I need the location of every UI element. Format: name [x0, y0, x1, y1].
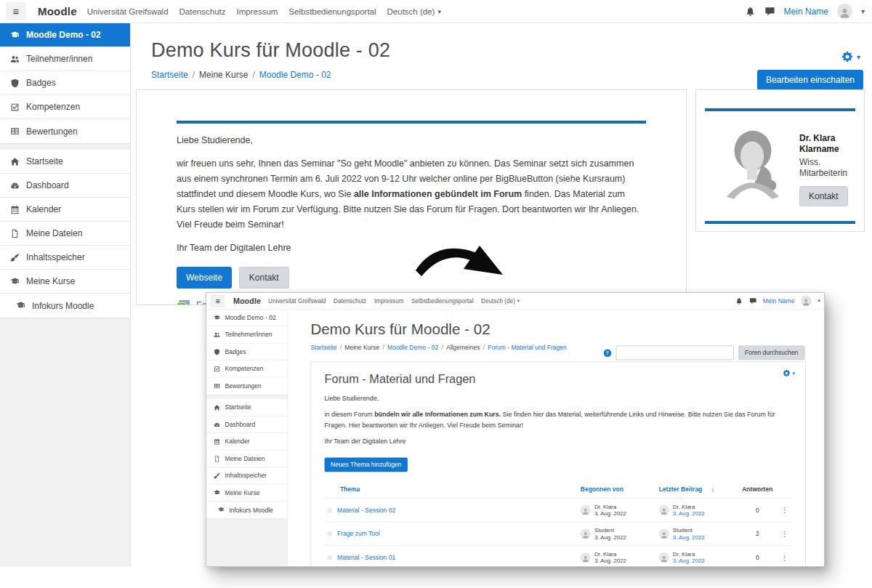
- breadcrumb-moodle-demo[interactable]: Moodle Demo - 02: [387, 344, 438, 351]
- breadcrumb-moodle-demo[interactable]: Moodle Demo - 02: [259, 70, 331, 80]
- avatar[interactable]: [581, 504, 591, 515]
- last-post-name[interactable]: Student: [673, 527, 705, 533]
- forum-search-input[interactable]: [615, 345, 733, 360]
- graduation-cap-icon: [16, 301, 25, 310]
- sidebar-item-badges[interactable]: Badges: [0, 71, 130, 95]
- avatar[interactable]: [659, 552, 669, 563]
- breadcrumb-startseite[interactable]: Startseite: [151, 70, 188, 80]
- started-by-name[interactable]: Dr. Klara: [594, 503, 626, 510]
- avatar[interactable]: [581, 528, 591, 539]
- sidebar-site-group: Startseite Dashboard Kalender Meine Date…: [206, 399, 287, 519]
- avatar[interactable]: [659, 504, 669, 515]
- language-menu[interactable]: Deutsch (de)▾: [387, 7, 441, 16]
- topic-link[interactable]: Material - Session 01: [337, 554, 395, 561]
- row-menu-icon[interactable]: ⋮: [781, 530, 788, 538]
- course-settings-menu[interactable]: ▾: [841, 51, 860, 63]
- avatar[interactable]: [581, 552, 591, 563]
- hamburger-menu-button[interactable]: ≡: [211, 294, 225, 307]
- sidebar-item-kompetenzen[interactable]: Kompetenzen: [0, 95, 130, 119]
- greeting-text: Liebe Studierende,: [177, 133, 646, 148]
- started-by-name[interactable]: Dr. Klara: [594, 551, 626, 557]
- chat-icon[interactable]: [764, 6, 775, 17]
- sidebar-item-dashboard[interactable]: Dashboard: [0, 174, 130, 198]
- check-square-icon: [214, 366, 220, 372]
- sidebar-item-moodle-demo-02[interactable]: Moodle Demo - 02: [206, 310, 287, 326]
- last-post-date[interactable]: 3. Aug. 2022: [673, 557, 705, 564]
- topic-link[interactable]: Frage zum Tool: [337, 530, 380, 537]
- sidebar-item-inhaltsspeicher[interactable]: Inhaltsspeicher: [0, 246, 130, 270]
- star-icon[interactable]: ☆: [326, 506, 332, 514]
- hamburger-menu-button[interactable]: ≡: [6, 2, 26, 20]
- last-post-date[interactable]: 3. Aug. 2022: [673, 510, 705, 517]
- breadcrumb-startseite[interactable]: Startseite: [310, 344, 336, 351]
- sidebar-item-infokurs-moodle[interactable]: Infokurs Moodle: [0, 294, 130, 318]
- language-menu[interactable]: Deutsch (de)▾: [481, 298, 520, 305]
- nav-link-selbstbedienungsportal[interactable]: Selbstbedienungsportal: [288, 7, 376, 16]
- row-menu-icon[interactable]: ⋮: [781, 506, 788, 514]
- nav-link-datenschutz[interactable]: Datenschutz: [179, 7, 226, 16]
- last-post-name[interactable]: Dr. Klara: [673, 551, 705, 557]
- column-header-antworten[interactable]: Antworten: [738, 486, 778, 494]
- shield-icon: [10, 78, 20, 88]
- avatar[interactable]: [801, 296, 812, 307]
- sidebar-item-moodle-demo-02[interactable]: Moodle Demo - 02: [0, 23, 130, 47]
- sidebar-item-teilnehmer[interactable]: Teilnehmer/innen: [206, 326, 287, 343]
- user-menu-caret-icon[interactable]: ▾: [818, 298, 820, 304]
- sidebar-item-kalender[interactable]: Kalender: [0, 198, 130, 222]
- nav-link-universitaet[interactable]: Universität Greifswald: [87, 7, 169, 16]
- sidebar-item-kompetenzen[interactable]: Kompetenzen: [206, 361, 287, 377]
- chat-icon[interactable]: [749, 297, 757, 305]
- new-topic-button[interactable]: Neues Thema hinzufügen: [325, 457, 408, 472]
- forum-settings-menu[interactable]: ▾: [783, 369, 795, 377]
- star-icon[interactable]: ☆: [326, 530, 332, 538]
- avatar[interactable]: [837, 4, 852, 19]
- edit-mode-button[interactable]: Bearbeiten einschalten: [757, 70, 863, 90]
- column-header-thema[interactable]: Thema: [325, 486, 581, 494]
- sidebar-item-meine-kurse[interactable]: Meine Kurse: [0, 270, 130, 294]
- sidebar-item-meine-kurse[interactable]: Meine Kurse: [206, 484, 287, 501]
- topic-link[interactable]: Material - Session 02: [337, 507, 395, 514]
- nav-link-universitaet[interactable]: Universität Greifswald: [268, 298, 326, 305]
- breadcrumb-forum[interactable]: Forum - Material und Fragen: [488, 344, 566, 351]
- last-post-name[interactable]: Dr. Klara: [673, 503, 705, 510]
- teacher-contact-button[interactable]: Kontakt: [799, 186, 848, 206]
- nav-link-impressum[interactable]: Impressum: [374, 298, 403, 305]
- column-header-begonnen-von[interactable]: Begonnen von: [581, 486, 659, 494]
- help-icon[interactable]: ?: [603, 349, 611, 357]
- star-icon[interactable]: ☆: [326, 554, 332, 562]
- row-menu-icon[interactable]: ⋮: [781, 553, 788, 561]
- started-by-name[interactable]: Student: [594, 527, 626, 533]
- website-button[interactable]: Webseite: [177, 267, 232, 289]
- forum-search-button[interactable]: Foren durchsuchen: [738, 345, 805, 360]
- contact-button[interactable]: Kontakt: [239, 267, 289, 289]
- sidebar-item-dashboard[interactable]: Dashboard: [206, 416, 287, 433]
- sidebar-item-inhaltsspeicher[interactable]: Inhaltsspeicher: [206, 467, 287, 484]
- sidebar-item-meine-dateien[interactable]: Meine Dateien: [0, 222, 130, 246]
- sidebar-item-infokurs-moodle[interactable]: Infokurs Moodle: [206, 502, 287, 518]
- app-brand: Moodle: [38, 5, 77, 17]
- user-name[interactable]: Mein Name: [763, 297, 795, 305]
- shield-icon: [214, 348, 220, 355]
- avatar[interactable]: [659, 528, 669, 539]
- nav-link-impressum[interactable]: Impressum: [236, 7, 278, 16]
- sidebar-item-bewertungen[interactable]: Bewertungen: [206, 377, 287, 394]
- app-brand: Moodle: [233, 297, 261, 305]
- nav-link-selbstbedienungsportal[interactable]: Selbstbedienungsportal: [411, 298, 473, 305]
- bell-icon[interactable]: [735, 297, 743, 305]
- started-date: 3. Aug. 2022: [594, 510, 626, 517]
- nav-link-datenschutz[interactable]: Datenschutz: [334, 298, 366, 305]
- sidebar-item-meine-dateien[interactable]: Meine Dateien: [206, 451, 287, 467]
- file-icon: [214, 455, 220, 462]
- last-post-date[interactable]: 3. Aug. 2022: [673, 533, 705, 540]
- column-header-letzter-beitrag[interactable]: Letzter Beitrag ↓: [659, 486, 738, 494]
- sidebar-item-startseite[interactable]: Startseite: [0, 150, 130, 174]
- sidebar-item-badges[interactable]: Badges: [206, 344, 287, 361]
- user-name[interactable]: Mein Name: [784, 7, 828, 17]
- bell-icon[interactable]: [745, 6, 756, 17]
- sidebar-item-kalender[interactable]: Kalender: [206, 433, 287, 450]
- sidebar-item-teilnehmer[interactable]: Teilnehmer/innen: [0, 47, 130, 71]
- sidebar-item-startseite[interactable]: Startseite: [206, 399, 287, 416]
- user-menu-caret-icon[interactable]: ▾: [861, 7, 865, 15]
- sidebar-item-bewertungen[interactable]: Bewertungen: [0, 119, 130, 143]
- course-intro-card: Liebe Studierende, wir freuen uns sehr, …: [136, 89, 687, 305]
